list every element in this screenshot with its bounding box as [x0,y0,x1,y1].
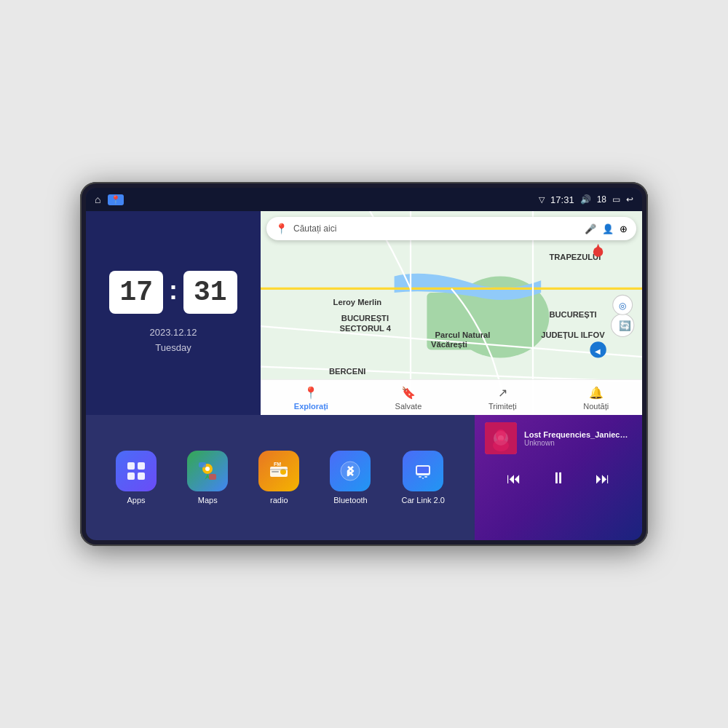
bottom-section: Apps Maps [86,415,642,540]
account-icon[interactable]: 👤 [602,223,614,234]
map-action-exploreaza[interactable]: 📍 Explorați [294,386,328,411]
music-title: Lost Frequencies_Janieck Devy-... [524,430,632,439]
carlink-icon [403,451,443,491]
svg-rect-31 [199,462,206,467]
svg-rect-42 [424,476,427,478]
clock-display: 17 : 31 [109,271,237,314]
more-icon[interactable]: ⊕ [620,223,628,234]
news-icon: 🔔 [589,386,604,400]
svg-text:BERCENI: BERCENI [329,367,365,376]
news-label: Noutăți [583,402,609,411]
explore-icon: 📍 [304,386,318,400]
main-area: 17 : 31 2023.12.12 Tuesday [86,211,642,540]
svg-rect-27 [127,472,135,480]
carlink-label: Car Link 2.0 [402,496,445,505]
map-action-salvate[interactable]: 🔖 Salvate [395,386,422,411]
svg-point-43 [422,478,424,479]
saved-icon: 🔖 [401,386,416,400]
volume-level: 18 [597,194,606,205]
bluetooth-label: Bluetooth [333,496,367,505]
map-widget: TRAPEZULUI BUCUREȘTI JUDEȚUL ILFOV BERCE… [261,211,642,415]
explore-label: Explorați [294,402,328,411]
svg-text:🔄: 🔄 [619,320,631,332]
music-details: Lost Frequencies_Janieck Devy-... Unknow… [524,430,632,447]
status-time: 17:31 [550,194,574,205]
music-info: Lost Frequencies_Janieck Devy-... Unknow… [485,422,632,454]
map-search-text: Căutați aici [293,223,579,234]
clock-widget: 17 : 31 2023.12.12 Tuesday [86,211,261,415]
next-button[interactable]: ⏭ [590,467,616,490]
apps-label: Apps [127,496,146,505]
saved-label: Salvate [395,402,422,411]
mic-icon[interactable]: 🎤 [585,223,596,234]
svg-text:JUDEȚUL ILFOV: JUDEȚUL ILFOV [541,331,605,339]
app-maps[interactable]: Maps [187,451,228,505]
svg-text:BUCUREȘTI: BUCUREȘTI [341,314,389,323]
music-artist: Unknown [524,439,632,447]
radio-label: radio [270,496,288,505]
status-bar: ⌂ 📍 ▽ 17:31 🔊 18 ▭ ↩ [86,188,642,211]
svg-text:SECTORUL 4: SECTORUL 4 [340,324,392,333]
clock-separator: : [169,275,178,306]
map-action-trimiteti[interactable]: ↗ Trimiteți [488,386,517,411]
svg-text:◀: ◀ [595,347,601,355]
map-search-bar[interactable]: 📍 Căutați aici 🎤 👤 ⊕ [266,217,636,240]
music-player: Lost Frequencies_Janieck Devy-... Unknow… [475,415,642,540]
bluetooth-icon [330,451,371,491]
apps-icon [116,451,157,491]
share-icon: ↗ [498,386,507,400]
svg-point-47 [496,430,506,441]
svg-rect-40 [417,467,429,473]
top-section: 17 : 31 2023.12.12 Tuesday [86,211,642,415]
svg-rect-26 [138,462,145,470]
svg-rect-32 [209,474,216,480]
prev-button[interactable]: ⏮ [501,467,527,490]
app-bluetooth[interactable]: Bluetooth [330,451,371,505]
map-actions: 📍 Explorați 🔖 Salvate ↗ Trimiteți 🔔 [261,379,642,415]
svg-rect-36 [272,471,279,472]
maps-label: Maps [198,496,218,505]
apps-area: Apps Maps [86,415,475,540]
svg-rect-28 [138,472,145,480]
play-pause-button[interactable]: ⏸ [545,466,572,491]
signal-icon: ▽ [539,195,545,205]
svg-point-48 [493,440,509,451]
svg-text:Parcul Natural: Parcul Natural [435,331,491,339]
clock-hours: 17 [109,271,163,314]
maps-status-icon[interactable]: 📍 [108,194,124,205]
app-apps[interactable]: Apps [116,451,157,505]
music-controls: ⏮ ⏸ ⏭ [485,463,632,494]
svg-text:Leroy Merlin: Leroy Merlin [333,298,382,306]
svg-text:◎: ◎ [619,301,626,311]
clock-date: 2023.12.12 Tuesday [149,325,197,356]
car-display-device: ⌂ 📍 ▽ 17:31 🔊 18 ▭ ↩ 17 : [80,182,648,546]
radio-icon: FM [258,451,299,491]
svg-point-38 [341,462,360,480]
svg-rect-41 [419,476,422,478]
clock-minutes: 31 [183,271,237,314]
volume-icon: 🔊 [580,194,591,205]
car-screen: ⌂ 📍 ▽ 17:31 🔊 18 ▭ ↩ 17 : [86,188,642,540]
back-icon[interactable]: ↩ [626,194,633,205]
music-thumbnail [485,422,517,454]
svg-text:Văcărești: Văcărești [431,340,467,349]
status-left-icons: ⌂ 📍 [95,194,124,205]
battery-icon: ▭ [612,194,620,205]
app-carlink[interactable]: Car Link 2.0 [402,451,445,505]
svg-text:FM: FM [274,462,281,467]
status-right-info: ▽ 17:31 🔊 18 ▭ ↩ [539,194,633,205]
app-radio[interactable]: FM radio [258,451,299,505]
home-icon[interactable]: ⌂ [95,194,100,205]
map-action-noutati[interactable]: 🔔 Noutăți [583,386,609,411]
maps-icon [187,451,228,491]
svg-text:BUCUREȘTI: BUCUREȘTI [549,310,596,319]
svg-text:TRAPEZULUI: TRAPEZULUI [549,253,601,261]
share-label: Trimiteți [488,402,517,411]
svg-rect-25 [127,462,135,470]
map-pin-icon: 📍 [275,223,288,234]
svg-point-30 [205,467,210,471]
